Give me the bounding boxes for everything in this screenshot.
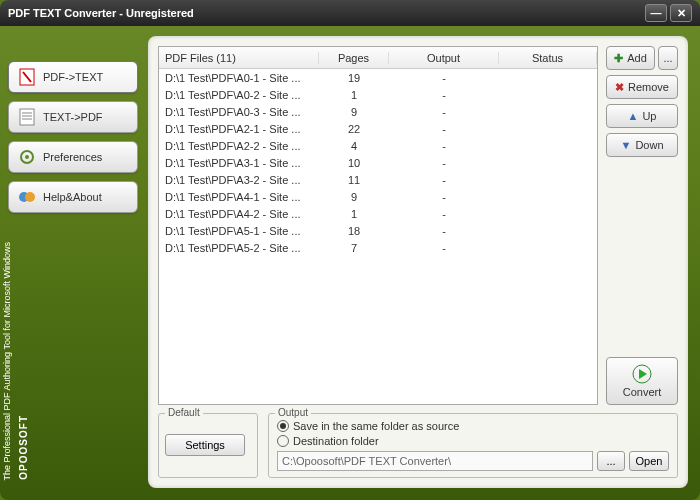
settings-button[interactable]: Settings xyxy=(165,434,245,456)
browse-path-button[interactable]: ... xyxy=(597,451,625,471)
help-icon xyxy=(17,187,37,207)
cell-pages: 10 xyxy=(319,157,389,169)
table-body[interactable]: D:\1 Test\PDF\A0-1 - Site ...19-D:\1 Tes… xyxy=(159,69,597,404)
cell-pages: 11 xyxy=(319,174,389,186)
table-row[interactable]: D:\1 Test\PDF\A4-2 - Site ...1- xyxy=(159,205,597,222)
cell-file: D:\1 Test\PDF\A4-1 - Site ... xyxy=(159,191,319,203)
cell-file: D:\1 Test\PDF\A5-1 - Site ... xyxy=(159,225,319,237)
cell-pages: 7 xyxy=(319,242,389,254)
up-arrow-icon: ▲ xyxy=(628,110,639,122)
play-icon xyxy=(632,364,652,384)
table-row[interactable]: D:\1 Test\PDF\A0-2 - Site ...1- xyxy=(159,86,597,103)
plus-icon: ✚ xyxy=(614,52,623,65)
cell-file: D:\1 Test\PDF\A5-2 - Site ... xyxy=(159,242,319,254)
down-button[interactable]: ▼ Down xyxy=(606,133,678,157)
cell-output: - xyxy=(389,140,499,152)
svg-point-8 xyxy=(25,192,35,202)
titlebar: PDF TEXT Converter - Unregistered — ✕ xyxy=(0,0,700,26)
down-arrow-icon: ▼ xyxy=(620,139,631,151)
output-groupbox: Output Save in the same folder as source… xyxy=(268,413,678,478)
cell-output: - xyxy=(389,174,499,186)
destination-path-input[interactable]: C:\Opoosoft\PDF TEXT Converter\ xyxy=(277,451,593,471)
open-path-button[interactable]: Open xyxy=(629,451,669,471)
radio-same-folder[interactable] xyxy=(277,420,289,432)
radio-dest-label: Destination folder xyxy=(293,435,379,447)
cell-pages: 1 xyxy=(319,208,389,220)
sidebar-item-label: Help&About xyxy=(43,191,102,203)
sidebar-item-label: Preferences xyxy=(43,151,102,163)
cell-file: D:\1 Test\PDF\A0-2 - Site ... xyxy=(159,89,319,101)
cell-file: D:\1 Test\PDF\A2-2 - Site ... xyxy=(159,140,319,152)
cell-output: - xyxy=(389,242,499,254)
up-button[interactable]: ▲ Up xyxy=(606,104,678,128)
cell-file: D:\1 Test\PDF\A3-2 - Site ... xyxy=(159,174,319,186)
cell-pages: 9 xyxy=(319,106,389,118)
cell-output: - xyxy=(389,157,499,169)
cell-pages: 19 xyxy=(319,72,389,84)
cell-output: - xyxy=(389,208,499,220)
cell-pages: 1 xyxy=(319,89,389,101)
default-groupbox: Default Settings xyxy=(158,413,258,478)
cell-output: - xyxy=(389,191,499,203)
add-button[interactable]: ✚ Add xyxy=(606,46,655,70)
pdf-icon xyxy=(17,67,37,87)
table-row[interactable]: D:\1 Test\PDF\A3-2 - Site ...11- xyxy=(159,171,597,188)
cell-output: - xyxy=(389,106,499,118)
cell-file: D:\1 Test\PDF\A4-2 - Site ... xyxy=(159,208,319,220)
add-browse-button[interactable]: ... xyxy=(658,46,678,70)
table-row[interactable]: D:\1 Test\PDF\A2-2 - Site ...4- xyxy=(159,137,597,154)
main-panel: PDF Files (11) Pages Output Status D:\1 … xyxy=(148,36,688,488)
th-pages[interactable]: Pages xyxy=(319,52,389,64)
table-row[interactable]: D:\1 Test\PDF\A5-1 - Site ...18- xyxy=(159,222,597,239)
action-buttons: ✚ Add ... ✖ Remove ▲ Up ▼ xyxy=(606,46,678,405)
text-icon xyxy=(17,107,37,127)
table-row[interactable]: D:\1 Test\PDF\A2-1 - Site ...22- xyxy=(159,120,597,137)
cell-output: - xyxy=(389,89,499,101)
cell-file: D:\1 Test\PDF\A3-1 - Site ... xyxy=(159,157,319,169)
remove-button[interactable]: ✖ Remove xyxy=(606,75,678,99)
table-header: PDF Files (11) Pages Output Status xyxy=(159,47,597,69)
sidebar-item-help-about[interactable]: Help&About xyxy=(8,181,138,213)
th-status[interactable]: Status xyxy=(499,52,597,64)
cell-pages: 9 xyxy=(319,191,389,203)
cell-output: - xyxy=(389,225,499,237)
window-title: PDF TEXT Converter - Unregistered xyxy=(8,7,642,19)
sidebar-item-text-to-pdf[interactable]: TEXT->PDF xyxy=(8,101,138,133)
tagline-text: The Professional PDF Authoring Tool for … xyxy=(2,242,13,480)
cell-pages: 18 xyxy=(319,225,389,237)
cell-pages: 4 xyxy=(319,140,389,152)
cell-pages: 22 xyxy=(319,123,389,135)
convert-button[interactable]: Convert xyxy=(606,357,678,405)
svg-rect-1 xyxy=(20,109,34,125)
sidebar-item-label: PDF->TEXT xyxy=(43,71,103,83)
sidebar-item-preferences[interactable]: Preferences xyxy=(8,141,138,173)
table-row[interactable]: D:\1 Test\PDF\A5-2 - Site ...7- xyxy=(159,239,597,256)
table-row[interactable]: D:\1 Test\PDF\A3-1 - Site ...10- xyxy=(159,154,597,171)
close-button[interactable]: ✕ xyxy=(670,4,692,22)
file-table: PDF Files (11) Pages Output Status D:\1 … xyxy=(158,46,598,405)
brand-text: OPOOSOFT xyxy=(18,415,29,480)
minimize-button[interactable]: — xyxy=(645,4,667,22)
x-icon: ✖ xyxy=(615,81,624,94)
sidebar-item-pdf-to-text[interactable]: PDF->TEXT xyxy=(8,61,138,93)
table-row[interactable]: D:\1 Test\PDF\A4-1 - Site ...9- xyxy=(159,188,597,205)
default-label: Default xyxy=(165,407,203,418)
table-row[interactable]: D:\1 Test\PDF\A0-3 - Site ...9- xyxy=(159,103,597,120)
cell-file: D:\1 Test\PDF\A0-1 - Site ... xyxy=(159,72,319,84)
svg-point-6 xyxy=(25,155,29,159)
radio-same-label: Save in the same folder as source xyxy=(293,420,459,432)
th-files[interactable]: PDF Files (11) xyxy=(159,52,319,64)
app-window: PDF TEXT Converter - Unregistered — ✕ PD… xyxy=(0,0,700,500)
sidebar-item-label: TEXT->PDF xyxy=(43,111,103,123)
th-output[interactable]: Output xyxy=(389,52,499,64)
cell-output: - xyxy=(389,123,499,135)
table-row[interactable]: D:\1 Test\PDF\A0-1 - Site ...19- xyxy=(159,69,597,86)
cell-file: D:\1 Test\PDF\A0-3 - Site ... xyxy=(159,106,319,118)
radio-destination[interactable] xyxy=(277,435,289,447)
cell-file: D:\1 Test\PDF\A2-1 - Site ... xyxy=(159,123,319,135)
gear-icon xyxy=(17,147,37,167)
output-label: Output xyxy=(275,407,311,418)
cell-output: - xyxy=(389,72,499,84)
